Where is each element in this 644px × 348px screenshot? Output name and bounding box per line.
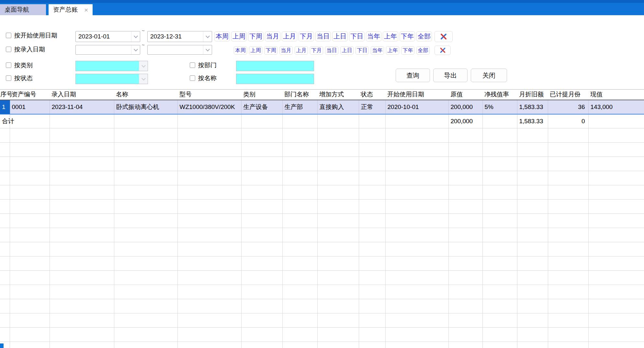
empty-cell — [177, 328, 241, 342]
quick-last-week-2[interactable]: 上周 — [249, 46, 262, 55]
quick-all-2[interactable]: 全部 — [416, 46, 430, 55]
quick-last-month-2[interactable]: 上月 — [295, 46, 308, 55]
query-button[interactable]: 查询 — [396, 69, 430, 82]
tab-asset-ledger[interactable]: 资产总账 × — [49, 4, 93, 15]
col-monthly-depreciation[interactable]: 月折旧额 — [517, 90, 548, 100]
start-date-from-dropdown[interactable] — [131, 31, 140, 42]
quick-last-year-2[interactable]: 上年 — [386, 46, 399, 55]
entry-date-to-field[interactable] — [147, 45, 212, 55]
cell-original-value[interactable]: 200,000 — [448, 100, 482, 114]
department-checkbox[interactable] — [190, 62, 195, 68]
col-original-value[interactable]: 原值 — [448, 90, 482, 100]
asset-row-selected[interactable]: 1 0001 2023-11-04 卧式振动离心机 WZ1000/380V/20… — [0, 100, 644, 114]
quick-tomorrow-1[interactable]: 下日 — [349, 31, 365, 41]
entry-date-from-dropdown[interactable] — [131, 45, 140, 54]
name-checkbox[interactable] — [190, 75, 195, 81]
empty-cell — [548, 328, 588, 342]
tab-close-icon[interactable]: × — [84, 6, 88, 13]
quick-this-year-1[interactable]: 当年 — [366, 31, 381, 41]
empty-cell — [517, 143, 548, 157]
quick-yesterday-2[interactable]: 上日 — [340, 46, 354, 55]
col-asset-no[interactable]: 资产编号 — [10, 90, 50, 100]
quick-last-month-1[interactable]: 上月 — [282, 31, 297, 41]
entry-date-from-field[interactable] — [75, 45, 140, 55]
quick-next-month-1[interactable]: 下月 — [299, 31, 314, 41]
export-button[interactable]: 导出 — [433, 69, 468, 82]
category-dropdown[interactable] — [139, 61, 148, 71]
empty-cell — [177, 200, 241, 214]
status-dropdown[interactable] — [139, 74, 148, 84]
start-date-checkbox[interactable] — [6, 33, 11, 38]
close-button[interactable]: 关闭 — [471, 69, 507, 82]
tab-desktop-nav[interactable]: 桌面导航 — [0, 4, 46, 15]
quick-next-month-2[interactable]: 下月 — [310, 46, 323, 55]
clear-date-button-1[interactable] — [435, 31, 453, 42]
quick-all-1[interactable]: 全部 — [416, 31, 432, 41]
start-date-to-dropdown[interactable] — [203, 31, 212, 42]
cell-name[interactable]: 卧式振动离心机 — [114, 100, 177, 114]
status-checkbox[interactable] — [6, 75, 11, 81]
name-input[interactable] — [236, 74, 314, 84]
cell-residual-rate[interactable]: 5% — [482, 100, 517, 114]
quick-this-month-2[interactable]: 当月 — [279, 46, 293, 55]
entry-date-to-dropdown[interactable] — [203, 45, 212, 54]
empty-row — [0, 185, 644, 200]
cell-entry-date[interactable]: 2023-11-04 — [50, 100, 114, 114]
empty-cell — [114, 185, 177, 200]
start-date-from-field[interactable]: 2023-01-01 — [75, 31, 140, 42]
cell-asset-no[interactable]: 0001 — [10, 100, 50, 114]
col-add-method[interactable]: 增加方式 — [317, 90, 359, 100]
quick-last-year-1[interactable]: 上年 — [383, 31, 398, 41]
quick-last-week-1[interactable]: 上周 — [231, 31, 247, 41]
cell-department[interactable]: 生产部 — [282, 100, 317, 114]
empty-cell — [50, 214, 114, 228]
cell-current-value[interactable]: 143,000 — [588, 100, 644, 114]
col-start-use-date[interactable]: 开始使用日期 — [385, 90, 448, 100]
status-select[interactable] — [75, 74, 148, 84]
empty-cell — [10, 242, 50, 256]
col-status[interactable]: 状态 — [359, 90, 385, 100]
cell-category[interactable]: 生产设备 — [241, 100, 282, 114]
quick-this-month-1[interactable]: 当月 — [265, 31, 280, 41]
quick-next-year-2[interactable]: 下年 — [401, 46, 414, 55]
quick-today-1[interactable]: 当日 — [315, 31, 331, 41]
cell-add-method[interactable]: 直接购入 — [317, 100, 359, 114]
department-input[interactable] — [236, 61, 314, 71]
clear-date-button-2[interactable] — [435, 46, 451, 55]
col-entry-date[interactable]: 录入日期 — [50, 90, 114, 100]
empty-cell — [114, 200, 177, 214]
quick-next-week-1[interactable]: 下周 — [248, 31, 264, 41]
col-name[interactable]: 名称 — [114, 90, 177, 100]
quick-tomorrow-2[interactable]: 下日 — [356, 46, 369, 55]
empty-cell — [114, 171, 177, 185]
quick-yesterday-1[interactable]: 上日 — [332, 31, 348, 41]
col-current-value[interactable]: 现值 — [588, 90, 644, 100]
quick-next-year-1[interactable]: 下年 — [400, 31, 415, 41]
cell-model[interactable]: WZ1000/380V/200K — [177, 100, 241, 114]
quick-next-week-2[interactable]: 下周 — [264, 46, 277, 55]
empty-cell — [241, 271, 282, 285]
cell-accrued-months[interactable]: 36 — [548, 100, 588, 114]
col-model[interactable]: 型号 — [177, 90, 241, 100]
empty-cell — [448, 313, 482, 328]
category-select[interactable] — [75, 61, 148, 71]
quick-today-2[interactable]: 当日 — [325, 46, 338, 55]
cell-monthly-depreciation[interactable]: 1,583.33 — [517, 100, 548, 114]
col-category[interactable]: 类别 — [241, 90, 282, 100]
quick-this-week-1[interactable]: 本周 — [214, 31, 230, 41]
chevron-down-icon — [141, 63, 146, 68]
quick-this-year-2[interactable]: 当年 — [371, 46, 384, 55]
cell-start-use-date[interactable]: 2020-10-01 — [385, 100, 448, 114]
quick-this-week-2[interactable]: 本周 — [234, 46, 247, 55]
empty-cell — [448, 128, 482, 143]
cell-status[interactable]: 正常 — [359, 100, 385, 114]
cell-seq[interactable]: 1 — [0, 100, 10, 114]
entry-date-checkbox[interactable] — [6, 47, 11, 52]
category-checkbox[interactable] — [6, 62, 11, 68]
col-accrued-months[interactable]: 已计提月份 — [548, 90, 588, 100]
empty-cell — [548, 143, 588, 157]
start-date-to-field[interactable]: 2023-12-31 — [147, 31, 212, 42]
col-department[interactable]: 部门名称 — [282, 90, 317, 100]
col-seq[interactable]: 序号 — [0, 90, 10, 100]
col-residual-rate[interactable]: 净残值率 — [482, 90, 517, 100]
